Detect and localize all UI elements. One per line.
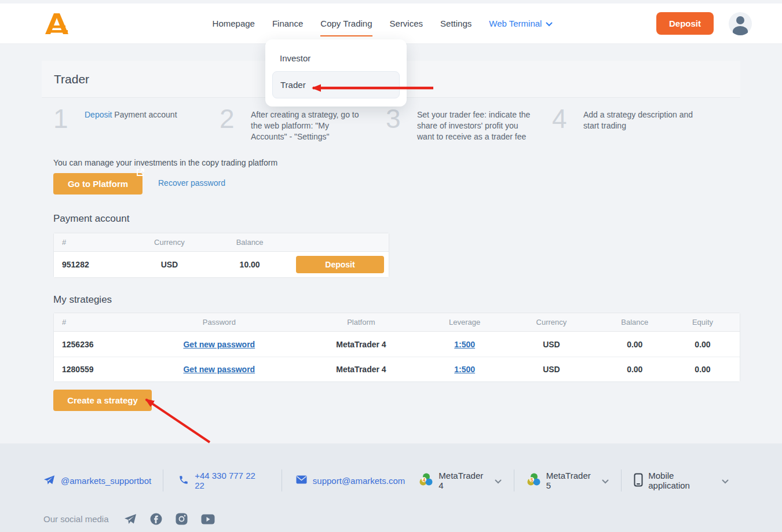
account-balance: 10.00 <box>204 260 295 269</box>
row-deposit-button[interactable]: Deposit <box>296 256 384 273</box>
nav-homepage[interactable]: Homepage <box>213 10 255 36</box>
column-header-leverage: Leverage <box>430 318 499 326</box>
avatar-person-icon <box>736 16 744 24</box>
social-media-label: Our social media <box>43 514 109 524</box>
footer-downloads: 4 MetaTrader 4 5 <box>419 469 729 491</box>
column-header-balance: Balance <box>204 238 295 247</box>
copy-trading-dropdown: Investor Trader <box>265 39 407 107</box>
column-header-password: Password <box>147 318 292 326</box>
strategy-number: 1280559 <box>54 365 147 374</box>
chevron-down-icon <box>722 476 729 486</box>
telegram-icon <box>43 475 55 487</box>
payment-account-title: Payment account <box>53 213 129 225</box>
strategy-platform: MetaTrader 4 <box>292 365 430 374</box>
payment-account-row: 951282 USD 10.00 Deposit <box>54 252 389 277</box>
avatar[interactable] <box>729 12 752 35</box>
support-bot-link[interactable]: @amarkets_supportbot <box>43 475 163 487</box>
mobile-app-icon <box>634 473 643 489</box>
step-deposit-link[interactable]: Deposit <box>85 110 112 119</box>
column-header-equity: Equity <box>666 318 740 326</box>
metatrader5-icon: 5 <box>527 472 541 489</box>
step-3: 3 Set your trader fee: indicate the shar… <box>386 106 552 142</box>
step-1: 1 Deposit Payment account <box>53 106 220 142</box>
column-header-currency: Currency <box>134 238 204 247</box>
main-nav: Homepage Finance Copy Trading Services S… <box>178 10 553 36</box>
recover-password-link[interactable]: Recover password <box>158 178 225 188</box>
metatrader4-icon: 4 <box>419 472 433 489</box>
phone-link[interactable]: +44 330 777 22 22 <box>163 471 282 490</box>
chevron-down-icon <box>602 476 609 486</box>
onboarding-steps: 1 Deposit Payment account 2 After creati… <box>53 106 718 142</box>
account-number: 951282 <box>54 260 134 269</box>
column-header-platform: Platform <box>292 318 430 326</box>
nav-copy-trading[interactable]: Copy Trading <box>320 10 372 36</box>
external-link-icon <box>136 168 145 179</box>
nav-finance[interactable]: Finance <box>272 10 303 36</box>
strategy-platform: MetaTrader 4 <box>292 340 430 349</box>
leverage-link[interactable]: 1:500 <box>454 365 475 374</box>
chevron-down-icon <box>495 476 502 486</box>
header-right-group: Deposit <box>656 12 752 35</box>
payment-account-table: # Currency Balance 951282 USD 10.00 Depo… <box>53 233 389 278</box>
chevron-down-icon <box>546 19 553 28</box>
strategy-equity: 0.00 <box>666 340 740 349</box>
strategy-balance: 0.00 <box>604 365 666 374</box>
amarkets-logo-icon[interactable] <box>44 12 74 36</box>
get-new-password-link[interactable]: Get new password <box>183 365 255 374</box>
metatrader4-dropdown[interactable]: 4 MetaTrader 4 <box>419 471 513 490</box>
dropdown-item-investor[interactable]: Investor <box>272 45 400 71</box>
step-text: After creating a strategy, go to the web… <box>244 106 367 142</box>
step-4: 4 Add a strategy description and start t… <box>552 106 718 142</box>
page-title: Trader <box>54 72 89 86</box>
top-header: Homepage Finance Copy Trading Services S… <box>0 3 782 44</box>
telegram-social-icon[interactable] <box>124 513 137 524</box>
strategy-row: 1280559 Get new password MetaTrader 4 1:… <box>54 357 740 381</box>
leverage-link[interactable]: 1:500 <box>454 340 475 349</box>
account-currency: USD <box>134 260 204 269</box>
mobile-application-dropdown[interactable]: Mobile application <box>622 471 729 490</box>
go-to-platform-button[interactable]: Go to Platform <box>53 173 142 195</box>
table-header-row: # Password Platform Leverage Currency Ba… <box>54 313 740 332</box>
strategy-equity: 0.00 <box>666 365 740 374</box>
nav-settings[interactable]: Settings <box>440 10 472 36</box>
strategy-currency: USD <box>499 365 604 374</box>
metatrader5-dropdown[interactable]: 5 MetaTrader 5 <box>514 471 621 490</box>
column-header-balance: Balance <box>604 318 666 326</box>
deposit-button[interactable]: Deposit <box>656 12 714 35</box>
mail-icon <box>296 475 307 486</box>
strategy-number: 1256236 <box>54 340 147 349</box>
instagram-icon[interactable] <box>176 513 188 525</box>
facebook-icon[interactable] <box>150 513 162 525</box>
web-terminal-label: Web Terminal <box>489 19 542 28</box>
youtube-icon[interactable] <box>201 514 215 524</box>
svg-text:5: 5 <box>530 477 533 483</box>
nav-services[interactable]: Services <box>390 10 423 36</box>
step-text: Add a strategy description and start tra… <box>576 106 699 142</box>
strategy-currency: USD <box>499 340 604 349</box>
support-email-link[interactable]: support@amarkets.com <box>282 475 419 486</box>
step-number: 2 <box>220 106 244 142</box>
table-header-row: # Currency Balance <box>54 233 389 252</box>
strategy-balance: 0.00 <box>604 340 666 349</box>
strategies-table: # Password Platform Leverage Currency Ba… <box>53 313 740 382</box>
column-header-currency: Currency <box>499 318 604 326</box>
social-icons <box>124 513 215 525</box>
step-number: 1 <box>53 106 78 142</box>
step-text: Payment account <box>112 110 177 119</box>
column-header-number: # <box>54 238 134 247</box>
create-strategy-button[interactable]: Create a strategy <box>53 390 152 411</box>
strategy-row: 1256236 Get new password MetaTrader 4 1:… <box>54 332 740 357</box>
dropdown-item-trader[interactable]: Trader <box>272 71 400 98</box>
web-terminal-link[interactable]: Web Terminal <box>489 19 553 28</box>
my-strategies-title: My strategies <box>53 294 112 306</box>
get-new-password-link[interactable]: Get new password <box>183 340 255 349</box>
step-2: 2 After creating a strategy, go to the w… <box>220 106 386 142</box>
phone-icon <box>178 475 189 487</box>
column-header-number: # <box>54 318 147 326</box>
manage-investments-text: You can manage your investments in the c… <box>53 158 277 167</box>
footer: @amarkets_supportbot +44 330 777 22 22 s… <box>0 443 782 532</box>
step-text: Set your trader fee: indicate the share … <box>410 106 533 142</box>
step-number: 3 <box>386 106 410 142</box>
svg-text:4: 4 <box>423 477 426 483</box>
step-number: 4 <box>552 106 576 142</box>
